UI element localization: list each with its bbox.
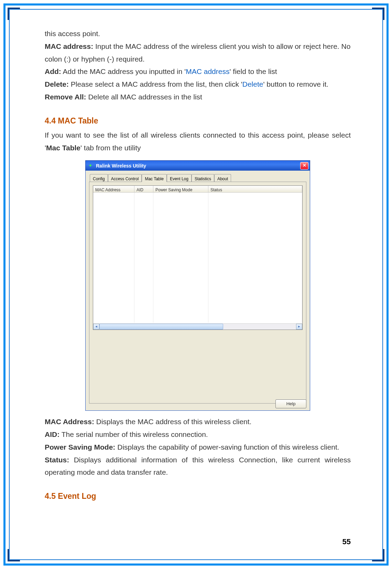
tab-access-control[interactable]: Access Control — [108, 174, 142, 182]
page-number: 55 — [342, 537, 351, 546]
dialog-title: Ralink Wireless Utility — [96, 162, 146, 170]
field-label-add: Add: — [45, 67, 61, 75]
tab-config[interactable]: Config — [90, 174, 108, 182]
text-line: Add: Add the MAC address you inputted in… — [45, 65, 351, 78]
text: Displays the capability of power-saving … — [115, 443, 339, 451]
field-label-power-saving-mode: Power Saving Mode: — [45, 443, 115, 451]
text-line: AID: The serial number of this wireless … — [45, 428, 351, 441]
text-line: Delete: Please select a MAC address from… — [45, 78, 351, 91]
list-body — [93, 193, 302, 323]
text-bold: Mac Table — [46, 144, 80, 152]
link-mac-address: MAC address — [186, 67, 229, 75]
mac-table-list[interactable]: MAC Address AID Power Saving Mode Status — [93, 185, 303, 330]
text: Delete all MAC addresses in the list — [86, 93, 202, 101]
tab-row: Config Access Control Mac Table Event Lo… — [90, 174, 306, 182]
dialog-body: Config Access Control Mac Table Event Lo… — [85, 171, 310, 411]
column-mac-address[interactable]: MAC Address — [93, 186, 134, 193]
tab-event-log[interactable]: Event Log — [167, 174, 192, 182]
help-button[interactable]: Help — [275, 399, 306, 408]
scroll-left-arrow-icon[interactable]: ◄ — [93, 324, 99, 330]
text: The serial number of this wireless conne… — [59, 430, 208, 438]
text: Displays the MAC address of this wireles… — [94, 418, 252, 426]
column-power-saving-mode[interactable]: Power Saving Mode — [153, 186, 208, 193]
app-icon: ✦ — [88, 163, 94, 169]
column-status[interactable]: Status — [208, 186, 302, 193]
scroll-track[interactable] — [99, 324, 296, 330]
text-line: MAC Address: Displays the MAC address of… — [45, 416, 351, 428]
horizontal-scrollbar[interactable]: ◄ ► — [93, 323, 302, 330]
dialog-titlebar[interactable]: ✦ Ralink Wireless Utility ✕ — [85, 160, 310, 171]
text: Add the MAC address you inputted in ' — [61, 67, 186, 75]
tab-mac-table[interactable]: Mac Table — [142, 174, 166, 182]
text-line: this access point. — [45, 28, 351, 40]
close-icon: ✕ — [303, 162, 306, 170]
text: ' button to remove it. — [263, 80, 328, 88]
text: ' field to the list — [229, 67, 277, 75]
text: ' tab from the utility — [80, 144, 141, 152]
text-line: Status: Displays additional information … — [45, 454, 351, 479]
close-button[interactable]: ✕ — [300, 162, 308, 170]
text-line: Remove All: Delete all MAC addresses in … — [45, 91, 351, 104]
list-header: MAC Address AID Power Saving Mode Status — [93, 186, 302, 193]
text-line: Power Saving Mode: Displays the capabili… — [45, 441, 351, 454]
field-label-status: Status: — [45, 456, 69, 464]
field-label-mac-address: MAC address: — [45, 42, 93, 50]
link-delete: Delete — [242, 80, 263, 88]
scroll-thumb[interactable] — [99, 324, 223, 330]
tab-statistics[interactable]: Statistics — [192, 174, 214, 182]
field-label-delete: Delete: — [45, 80, 69, 88]
field-label-remove-all: Remove All: — [45, 93, 86, 101]
text-line: If you want to see the list of all wirel… — [45, 129, 351, 154]
text-line: MAC address: Input the MAC address of th… — [45, 40, 351, 66]
text: Please select a MAC address from the lis… — [69, 80, 242, 88]
scroll-right-arrow-icon[interactable]: ► — [296, 324, 302, 330]
field-label-aid: AID: — [45, 430, 59, 438]
tab-about[interactable]: About — [214, 174, 231, 182]
section-heading-event-log: 4.5 Event Log — [45, 489, 351, 503]
text: Displays additional information of this … — [45, 456, 351, 476]
utility-dialog: ✦ Ralink Wireless Utility ✕ Config Acces… — [85, 160, 310, 411]
field-label-mac-address: MAC Address: — [45, 418, 94, 426]
page-content: this access point. MAC address: Input th… — [45, 28, 351, 504]
column-aid[interactable]: AID — [134, 186, 153, 193]
tab-panel: MAC Address AID Power Saving Mode Status — [89, 182, 306, 404]
section-heading-mac-table: 4.4 MAC Table — [45, 114, 351, 128]
